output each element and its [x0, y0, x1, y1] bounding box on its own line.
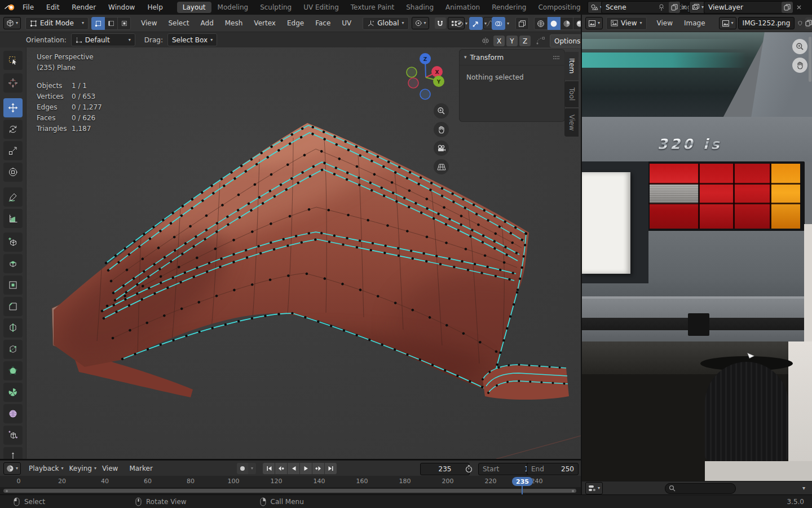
knife-tool[interactable] [3, 340, 23, 359]
scene-copy-button[interactable] [669, 2, 680, 13]
menu-file[interactable]: File [16, 3, 40, 11]
image-datablock-dropdown[interactable]: ▾ [719, 17, 736, 29]
cursor-tool[interactable] [3, 73, 23, 93]
auto-key-options-button[interactable]: ▾ [248, 463, 256, 474]
timeline-ruler[interactable]: 0 20 40 60 80 100 120 140 160 180 200 22… [0, 476, 581, 487]
viewlayer-remove-icon[interactable] [796, 5, 802, 10]
viewport-menu-edge[interactable]: Edge [281, 19, 310, 27]
tab-rendering[interactable]: Rendering [486, 2, 532, 13]
timeline-scrollbar-thumb[interactable] [3, 489, 576, 493]
scene-unlink-icon[interactable] [681, 5, 687, 10]
timeline-menu-keying[interactable]: Keying [64, 465, 98, 472]
viewport-pan-button[interactable] [434, 122, 449, 137]
show-gizmo-icon[interactable] [454, 20, 464, 28]
menu-edit[interactable]: Edit [40, 3, 65, 11]
annotate-tool[interactable] [3, 187, 23, 207]
select-box-tool[interactable] [3, 51, 23, 70]
viewport-menu-view[interactable]: View [135, 19, 162, 27]
image-display-dropdown[interactable]: View ▾ [606, 17, 647, 30]
shading-material-button[interactable] [561, 17, 573, 30]
viewport-menu-mesh[interactable]: Mesh [219, 19, 249, 27]
panel-collapse-icon[interactable]: ▾ [464, 55, 467, 60]
chevron-down-icon[interactable]: ▾ [802, 485, 805, 491]
tab-shading[interactable]: Shading [400, 2, 439, 13]
orientation-dropdown[interactable]: Default ▾ [71, 33, 135, 46]
mirror-icon[interactable] [480, 37, 491, 45]
sidebar-tab-tool[interactable]: Tool [564, 81, 579, 107]
shading-wireframe-button[interactable] [534, 17, 548, 30]
rotate-tool[interactable] [3, 120, 23, 139]
play-reverse-button[interactable] [288, 463, 299, 474]
navigation-gizmo[interactable]: Z X Y [398, 52, 454, 104]
menu-help[interactable]: Help [141, 3, 169, 11]
tab-animation[interactable]: Animation [440, 2, 486, 13]
image-name-field[interactable]: IMG-1252.png [738, 17, 795, 29]
mode-dropdown[interactable]: Edit Mode ▾ [25, 17, 89, 30]
image-zoom-button[interactable] [792, 39, 807, 54]
tab-layout[interactable]: Layout [177, 2, 211, 13]
end-frame-field[interactable]: End 250 [527, 463, 579, 475]
timeline-menu-playback[interactable]: Playback [23, 465, 65, 472]
secondary-editor-type-dropdown[interactable]: ▾ [585, 482, 603, 494]
mirror-y-button[interactable]: Y [506, 36, 518, 46]
loop-cut-tool[interactable] [3, 318, 23, 338]
play-button[interactable] [300, 463, 312, 474]
mirror-z-button[interactable]: Z [519, 36, 531, 46]
sidebar-tab-item[interactable]: Item [564, 52, 579, 80]
image-menu-view[interactable]: View [651, 19, 678, 27]
start-frame-field[interactable]: Start 1 [478, 463, 533, 475]
editor-divider[interactable] [581, 15, 582, 494]
stopwatch-icon[interactable] [465, 465, 473, 473]
tab-texture-paint[interactable]: Texture Paint [345, 2, 400, 13]
snap-base-icon[interactable] [536, 37, 545, 45]
shrink-fatten-tool[interactable] [3, 447, 23, 459]
jump-to-end-button[interactable] [325, 463, 337, 474]
editor-type-dropdown[interactable]: ▾ [3, 17, 21, 29]
tab-compositing[interactable]: Compositing [532, 2, 586, 13]
poly-build-tool[interactable] [3, 361, 23, 380]
viewport-menu-uv[interactable]: UV [336, 19, 357, 27]
pin-icon[interactable] [657, 3, 665, 11]
transform-tool[interactable] [3, 163, 23, 182]
timeline-menu-marker[interactable]: Marker [123, 465, 158, 472]
next-keyframe-button[interactable] [312, 463, 324, 474]
blender-logo-icon[interactable] [4, 3, 16, 12]
tab-sculpting[interactable]: Sculpting [254, 2, 297, 13]
image-editor-type-dropdown[interactable]: ▾ [585, 17, 603, 29]
timeline-scrollbar[interactable] [0, 487, 581, 494]
menu-render[interactable]: Render [65, 3, 102, 11]
viewport-menu-select[interactable]: Select [163, 19, 195, 27]
scale-tool[interactable] [3, 141, 23, 160]
image-copy-button[interactable] [805, 17, 812, 29]
reference-photo[interactable]: 320 is [582, 32, 812, 481]
image-menu-image[interactable]: Image [678, 19, 711, 27]
search-input[interactable] [665, 483, 736, 494]
shading-rendered-button[interactable] [573, 17, 581, 30]
pivot-point-dropdown[interactable]: ▾ [412, 17, 429, 29]
sidebar-tab-view[interactable]: View [564, 108, 579, 137]
fake-user-shield-icon[interactable] [798, 19, 802, 27]
face-select-mode-button[interactable] [118, 17, 131, 30]
viewport-zoom-button[interactable] [434, 103, 449, 119]
vertex-select-mode-button[interactable] [91, 17, 105, 30]
transform-orientation-dropdown[interactable]: Global ▾ [363, 17, 408, 30]
image-pan-button[interactable] [792, 58, 807, 73]
timeline-editor-type-dropdown[interactable]: ▾ [3, 462, 21, 475]
bevel-tool[interactable] [3, 297, 23, 316]
auto-key-button[interactable] [237, 463, 248, 474]
prev-keyframe-button[interactable] [275, 463, 287, 474]
inset-faces-tool[interactable] [3, 275, 23, 295]
tab-modeling[interactable]: Modeling [212, 2, 254, 13]
scrollbar-handle[interactable] [6, 490, 8, 492]
current-frame-field[interactable]: 235 [420, 463, 470, 475]
gizmos-toggle-button[interactable] [469, 17, 483, 30]
extrude-region-tool[interactable] [3, 254, 23, 273]
shading-solid-button[interactable] [548, 17, 561, 30]
mirror-x-button[interactable]: X [493, 36, 505, 46]
viewport-menu-face[interactable]: Face [310, 19, 336, 27]
viewport-perspective-button[interactable] [434, 159, 449, 174]
jump-to-start-button[interactable] [263, 463, 275, 474]
tab-uv-editing[interactable]: UV Editing [298, 2, 345, 13]
viewport-menu-vertex[interactable]: Vertex [248, 19, 281, 27]
scrollbar-handle[interactable] [572, 490, 574, 492]
